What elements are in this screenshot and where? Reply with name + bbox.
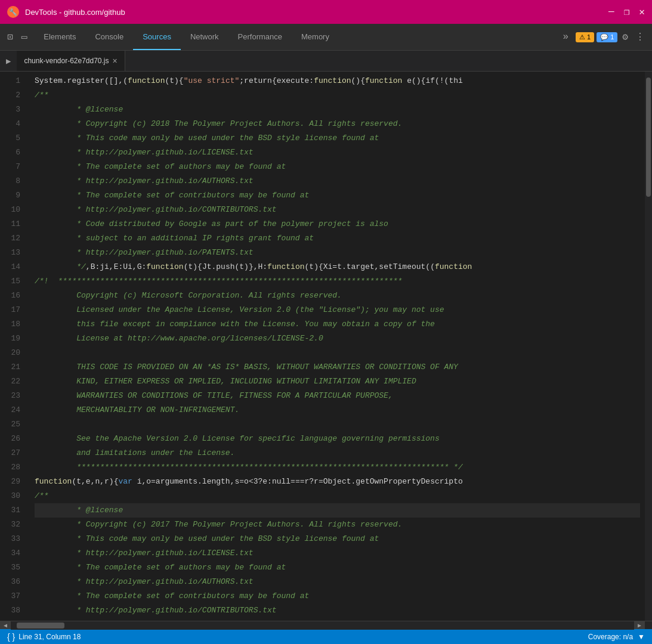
line-number: 22 xyxy=(0,374,25,389)
code-line[interactable]: * The complete set of authors may be fou… xyxy=(35,160,640,174)
code-line[interactable]: this file except in compliance with the … xyxy=(35,317,640,332)
app-icon: 🔧 xyxy=(7,6,19,18)
line-number: 7 xyxy=(0,160,25,174)
title-bar: 🔧 DevTools - github.com/github — ❐ ✕ xyxy=(0,0,652,24)
code-line[interactable]: /** xyxy=(35,489,640,503)
code-line[interactable]: Licensed under the Apache License, Versi… xyxy=(35,303,640,317)
tab-memory[interactable]: Memory xyxy=(292,24,339,50)
code-line[interactable]: THIS CODE IS PROVIDED ON AN *AS IS* BASI… xyxy=(35,360,640,374)
line-number: 14 xyxy=(0,260,25,274)
line-number: 26 xyxy=(0,432,25,446)
warning-badge[interactable]: ⚠ 1 xyxy=(576,32,594,42)
code-line[interactable]: function(t,e,n,r){var i,o=arguments.leng… xyxy=(35,475,640,489)
code-line[interactable]: * http://polymer.github.io/AUTHORS.txt xyxy=(35,174,640,188)
code-line[interactable] xyxy=(35,417,640,432)
line-number: 37 xyxy=(0,589,25,603)
line-number: 34 xyxy=(0,546,25,561)
code-line[interactable]: * Code distributed by Google as part of … xyxy=(35,217,640,231)
scroll-down-icon[interactable]: ▼ xyxy=(638,633,645,641)
code-line[interactable]: * This code may only be used under the B… xyxy=(35,532,640,546)
line-number: 5 xyxy=(0,131,25,145)
devtools-tabs-right: » ⚠ 1 💬 1 ⚙ ⋮ xyxy=(558,24,652,50)
horizontal-scroll-bar: ◀ ▶ xyxy=(0,621,652,629)
line-number: 38 xyxy=(0,603,25,618)
code-line[interactable]: /** xyxy=(35,88,640,103)
line-numbers: 1234567891011121314151617181920212223242… xyxy=(0,72,30,621)
code-line[interactable]: and limitations under the License. xyxy=(35,446,640,460)
file-tab-name: chunk-vendor-62e7dd70.js xyxy=(24,57,109,65)
line-number: 25 xyxy=(0,417,25,432)
code-line[interactable] xyxy=(35,346,640,360)
file-tab[interactable]: chunk-vendor-62e7dd70.js × xyxy=(17,51,125,71)
editor-container: 1234567891011121314151617181920212223242… xyxy=(0,72,652,621)
code-line[interactable]: */,B:ji,E:Ui,G:function(t){Jt.push(t)},H… xyxy=(35,260,640,274)
tab-sources[interactable]: Sources xyxy=(133,24,181,50)
code-line[interactable]: * The complete set of contributors may b… xyxy=(35,589,640,603)
line-number: 3 xyxy=(0,103,25,117)
tab-network[interactable]: Network xyxy=(181,24,228,50)
line-number: 28 xyxy=(0,460,25,475)
scroll-h-thumb[interactable] xyxy=(17,623,64,628)
code-line[interactable]: See the Apache Version 2.0 License for s… xyxy=(35,432,640,446)
code-line[interactable]: * This code may only be used under the B… xyxy=(35,131,640,145)
coverage-label: Coverage: n/a xyxy=(588,633,633,641)
code-line[interactable]: * http://polymer.github.io/PATENTS.txt xyxy=(35,246,640,260)
file-tab-close-button[interactable]: × xyxy=(113,56,118,66)
line-number: 16 xyxy=(0,289,25,303)
editor-wrapper: 1234567891011121314151617181920212223242… xyxy=(0,72,652,621)
tab-elements[interactable]: Elements xyxy=(34,24,85,50)
code-line[interactable]: * Copyright (c) 2017 The Polymer Project… xyxy=(35,518,640,532)
close-button[interactable]: ✕ xyxy=(639,6,645,18)
code-line[interactable]: * @license xyxy=(35,103,640,117)
scroll-left-button[interactable]: ◀ xyxy=(0,621,11,630)
tab-console[interactable]: Console xyxy=(85,24,133,50)
device-icon[interactable]: ▭ xyxy=(19,29,30,45)
code-content[interactable]: System.register([],(function(t){"use str… xyxy=(30,72,645,621)
line-number: 1 xyxy=(0,74,25,88)
code-line[interactable]: * http://polymer.github.io/CONTRIBUTORS.… xyxy=(35,603,640,618)
code-line[interactable]: KIND, EITHER EXPRESS OR IMPLIED, INCLUDI… xyxy=(35,374,640,389)
code-line[interactable]: /*! ************************************… xyxy=(35,274,640,289)
minimize-button[interactable]: — xyxy=(608,7,614,17)
more-tabs-button[interactable]: » xyxy=(558,29,573,45)
brackets-icon: { } xyxy=(7,632,15,642)
scrollbar-thumb[interactable] xyxy=(646,78,651,197)
code-line[interactable]: * @license xyxy=(35,503,640,518)
line-number: 9 xyxy=(0,188,25,203)
scroll-right-button[interactable]: ▶ xyxy=(634,621,645,630)
code-line[interactable]: * subject to an additional IP rights gra… xyxy=(35,231,640,246)
code-line[interactable]: * The complete set of authors may be fou… xyxy=(35,561,640,575)
code-line[interactable]: * http://polymer.github.io/AUTHORS.txt xyxy=(35,575,640,589)
code-line[interactable]: System.register([],(function(t){"use str… xyxy=(35,74,640,88)
file-tab-bar: ▶ chunk-vendor-62e7dd70.js × xyxy=(0,51,652,72)
forward-icon[interactable]: ▶ xyxy=(0,52,17,70)
line-number: 15 xyxy=(0,274,25,289)
line-number: 33 xyxy=(0,532,25,546)
code-line[interactable]: * Copyright (c) 2018 The Polymer Project… xyxy=(35,117,640,131)
line-number: 19 xyxy=(0,332,25,346)
vertical-scrollbar[interactable] xyxy=(645,72,652,621)
cursor-position: Line 31, Column 18 xyxy=(18,633,81,641)
devtools-tabs: ⊡ ▭ Elements Console Sources Network Per… xyxy=(0,24,652,51)
code-line[interactable]: * http://polymer.github.io/LICENSE.txt xyxy=(35,546,640,561)
code-line[interactable]: Copyright (c) Microsoft Corporation. All… xyxy=(35,289,640,303)
code-line[interactable]: * The complete set of contributors may b… xyxy=(35,188,640,203)
code-line[interactable]: WARRANTIES OR CONDITIONS OF TITLE, FITNE… xyxy=(35,389,640,403)
info-badge[interactable]: 💬 1 xyxy=(597,32,617,42)
line-number: 24 xyxy=(0,403,25,417)
scroll-corner xyxy=(645,621,652,630)
code-line[interactable]: ****************************************… xyxy=(35,460,640,475)
window-controls: — ❐ ✕ xyxy=(608,6,645,18)
inspect-icon[interactable]: ⊡ xyxy=(5,29,16,45)
maximize-button[interactable]: ❐ xyxy=(624,6,630,18)
code-line[interactable]: License at http://www.apache.org/license… xyxy=(35,332,640,346)
code-line[interactable]: * http://polymer.github.io/CONTRIBUTORS.… xyxy=(35,203,640,217)
more-options-icon[interactable]: ⋮ xyxy=(633,29,647,45)
settings-icon[interactable]: ⚙ xyxy=(620,29,631,45)
tab-performance[interactable]: Performance xyxy=(228,24,292,50)
code-line[interactable]: MERCHANTABLITY OR NON-INFRINGEMENT. xyxy=(35,403,640,417)
line-number: 29 xyxy=(0,475,25,489)
scroll-track[interactable] xyxy=(11,621,634,630)
line-number: 6 xyxy=(0,145,25,160)
code-line[interactable]: * http://polymer.github.io/LICENSE.txt xyxy=(35,145,640,160)
